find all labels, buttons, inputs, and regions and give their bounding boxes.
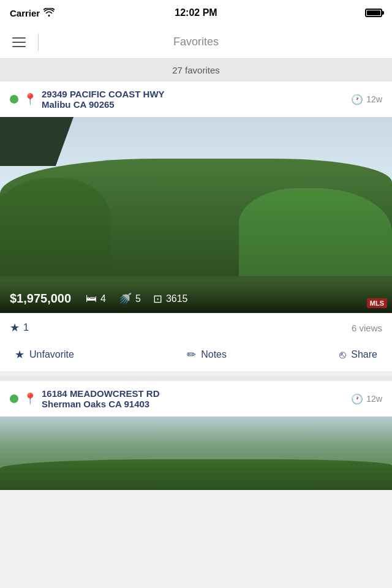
clock-icon-2: 🕐 [351, 393, 363, 405]
wifi-icon [43, 8, 55, 18]
unfavorite-button[interactable]: ★ Unfavorite [10, 345, 79, 364]
active-status-dot-2 [10, 394, 18, 403]
listing-price: $1,975,000 [10, 292, 71, 306]
listing-image[interactable]: $1,975,000 🛏 4 🚿 5 ⊡ 3615 MLS [0, 117, 392, 313]
location-icon: 📍 [23, 92, 37, 106]
share-label: Share [351, 349, 377, 360]
baths-stat: 🚿 5 [118, 292, 141, 306]
listing-stats-row: ★ 1 6 views [10, 321, 382, 334]
address-line1-2: 16184 MEADOWCREST RD [42, 388, 346, 399]
listing-address: 29349 PACIFIC COAST HWY Malibu CA 90265 [42, 89, 346, 110]
clock-icon: 🕐 [351, 94, 363, 105]
sqft-icon: ⊡ [153, 292, 162, 306]
battery-icon [365, 9, 382, 17]
sqft-stat: ⊡ 3615 [153, 292, 188, 306]
time-ago-2: 12w [366, 394, 382, 404]
listing-image-overlay: $1,975,000 🛏 4 🚿 5 ⊡ 3615 [0, 282, 392, 313]
listing-item: 📍 16184 MEADOWCREST RD Sherman Oaks CA 9… [0, 381, 392, 490]
favorite-count-value: 1 [23, 322, 29, 333]
bed-icon: 🛏 [86, 292, 97, 305]
baths-count: 5 [135, 293, 141, 304]
share-button[interactable]: ⎋ Share [334, 346, 382, 364]
section-divider [0, 376, 392, 381]
mls-badge: MLS [367, 298, 387, 308]
views-count: 6 views [352, 323, 382, 333]
listing-header[interactable]: 📍 29349 PACIFIC COAST HWY Malibu CA 9026… [0, 81, 392, 117]
pencil-icon: ✏ [187, 348, 196, 361]
status-bar: Carrier 12:02 PM [0, 0, 392, 26]
favorite-count: ★ 1 [10, 321, 29, 334]
listing-stats: 🛏 4 🚿 5 ⊡ 3615 [86, 292, 187, 306]
time-display: 12:02 PM [175, 7, 217, 18]
listing-header-2[interactable]: 📍 16184 MEADOWCREST RD Sherman Oaks CA 9… [0, 381, 392, 417]
listing-footer: ★ 1 6 views ★ Unfavorite ✏ Notes ⎋ Share [0, 313, 392, 371]
favorites-count-label: 27 favorites [172, 65, 220, 75]
active-status-dot [10, 95, 18, 104]
address-line2: Malibu CA 90265 [42, 99, 346, 110]
address-line1: 29349 PACIFIC COAST HWY [42, 89, 346, 99]
notes-label: Notes [201, 349, 227, 360]
nav-divider [38, 34, 39, 51]
star-icon: ★ [15, 348, 24, 361]
favorites-count-bar: 27 favorites [0, 59, 392, 81]
beds-stat: 🛏 4 [86, 292, 106, 305]
action-buttons: ★ Unfavorite ✏ Notes ⎋ Share [10, 343, 382, 364]
sqft-count: 3615 [166, 293, 188, 304]
beds-count: 4 [100, 293, 106, 304]
top-nav: Favorites [0, 26, 392, 59]
bath-icon: 🚿 [118, 292, 132, 306]
address-line2-2: Sherman Oaks CA 91403 [42, 399, 346, 409]
listing-time-2: 🕐 12w [351, 393, 382, 405]
time-ago: 12w [366, 94, 382, 104]
listing-address-2: 16184 MEADOWCREST RD Sherman Oaks CA 914… [42, 388, 346, 409]
location-icon-2: 📍 [23, 392, 37, 405]
notes-button[interactable]: ✏ Notes [182, 345, 232, 364]
star-filled-icon: ★ [10, 321, 20, 334]
hamburger-menu[interactable] [10, 35, 28, 50]
listing-image-2[interactable] [0, 417, 392, 490]
share-icon: ⎋ [339, 349, 346, 361]
listing-time: 🕐 12w [351, 94, 382, 105]
listing-item: 📍 29349 PACIFIC COAST HWY Malibu CA 9026… [0, 81, 392, 371]
carrier-label: Carrier [10, 8, 40, 18]
page-title: Favorites [173, 36, 219, 48]
unfavorite-label: Unfavorite [29, 349, 74, 360]
